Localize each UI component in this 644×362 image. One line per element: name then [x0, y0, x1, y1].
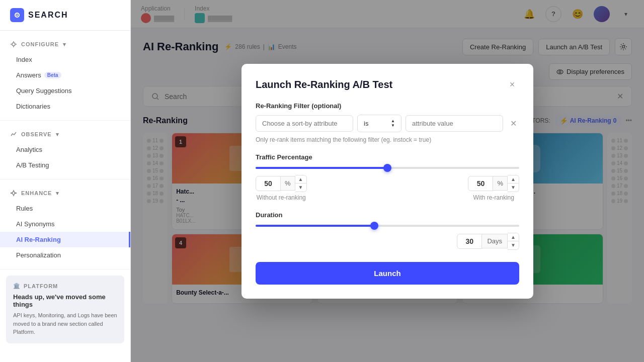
operator-arrows: ▲ ▼ — [391, 119, 395, 128]
traffic-section: Traffic Percentage % ▲ ▼ — [256, 153, 519, 201]
traffic-with-arrows: ▲ ▼ — [508, 175, 519, 192]
duration-value-input[interactable] — [457, 234, 482, 249]
traffic-with-label: With re-ranking — [468, 194, 519, 201]
filter-operator-select[interactable]: is ▲ ▼ — [357, 115, 401, 132]
duration-slider-track[interactable] — [256, 225, 519, 227]
duration-up[interactable]: ▲ — [508, 233, 519, 241]
duration-slider-thumb[interactable] — [370, 222, 378, 230]
sidebar-item-rules[interactable]: Rules — [0, 201, 130, 216]
modal-title: Launch Re-Ranking A/B Test — [256, 79, 392, 90]
logo-icon — [10, 8, 24, 22]
answers-badge: Beta — [44, 72, 61, 78]
filter-hint: Only re-rank items matching the followin… — [256, 136, 519, 143]
svg-point-1 — [17, 15, 18, 16]
sidebar-item-dictionaries[interactable]: Dictionaries — [0, 99, 130, 114]
duration-arrows: ▲ ▼ — [508, 233, 519, 250]
filter-section: Re-Ranking Filter (optional) is ▲ ▼ ✕ On… — [256, 102, 519, 143]
platform-title: 🏛️ PLATFORM — [13, 283, 117, 289]
logo-text: SEARCH — [28, 11, 68, 20]
observe-header[interactable]: OBSERVE ▾ — [0, 127, 130, 142]
traffic-with-input[interactable] — [468, 176, 493, 191]
traffic-label: Traffic Percentage — [256, 153, 519, 161]
traffic-without-unit: % — [281, 176, 295, 191]
main-content: Application ▓▓▓▓▓ Index ▓▓▓▓▓▓ 🔔 ? 😊 ▾ — [131, 0, 644, 362]
traffic-without-arrows: ▲ ▼ — [295, 175, 307, 192]
traffic-without-label: Without re-ranking — [256, 194, 307, 201]
duration-down[interactable]: ▼ — [508, 241, 519, 249]
duration-unit: Days — [482, 234, 508, 248]
platform-section: 🏛️ PLATFORM Heads up, we've moved some t… — [6, 276, 124, 343]
sidebar-item-answers[interactable]: Answers Beta — [0, 67, 130, 83]
configure-section: CONFIGURE ▾ Index Answers Beta Query Sug… — [0, 31, 130, 121]
configure-header[interactable]: CONFIGURE ▾ — [0, 37, 130, 52]
sidebar-logo: SEARCH — [0, 0, 130, 31]
traffic-with-up[interactable]: ▲ — [508, 175, 519, 184]
traffic-without-group: % ▲ ▼ Without re-ranking — [256, 175, 307, 201]
sidebar-item-query-suggestions[interactable]: Query Suggestions — [0, 83, 130, 99]
filter-label: Re-Ranking Filter (optional) — [256, 102, 519, 110]
sidebar-item-index[interactable]: Index — [0, 52, 130, 67]
enhance-section: ENHANCE ▾ Rules AI Synonyms AI Re-Rankin… — [0, 179, 130, 269]
modal: Launch Re-Ranking A/B Test × Re-Ranking … — [242, 64, 533, 299]
duration-slider-fill — [256, 225, 374, 227]
filter-row: is ▲ ▼ ✕ — [256, 115, 519, 132]
traffic-slider-track[interactable] — [256, 167, 519, 169]
duration-section: Duration Days ▲ ▼ — [256, 211, 519, 250]
modal-overlay[interactable]: Launch Re-Ranking A/B Test × Re-Ranking … — [131, 0, 644, 362]
sidebar-item-analytics[interactable]: Analytics — [0, 142, 130, 157]
sidebar-item-ai-re-ranking[interactable]: AI Re-Ranking — [0, 232, 130, 247]
modal-launch-button[interactable]: Launch — [256, 262, 519, 285]
traffic-with-group: % ▲ ▼ With re-ranking — [468, 175, 519, 201]
sidebar-item-personalization[interactable]: Personalization — [0, 247, 130, 263]
sidebar: SEARCH CONFIGURE ▾ Index Answers Beta Qu… — [0, 0, 131, 362]
observe-section: OBSERVE ▾ Analytics A/B Testing — [0, 121, 130, 179]
traffic-slider-fill — [256, 167, 387, 169]
duration-input-group: Days ▲ ▼ — [457, 233, 519, 250]
sidebar-item-ab-testing[interactable]: A/B Testing — [0, 157, 130, 173]
filter-clear-button[interactable]: ✕ — [507, 117, 519, 129]
traffic-slider-thumb[interactable] — [383, 164, 391, 172]
traffic-with-unit: % — [493, 176, 508, 191]
modal-close-button[interactable]: × — [505, 78, 519, 92]
duration-label: Duration — [256, 211, 519, 219]
traffic-without-up[interactable]: ▲ — [295, 175, 306, 184]
sidebar-item-ai-synonyms[interactable]: AI Synonyms — [0, 216, 130, 232]
svg-point-2 — [12, 43, 15, 46]
traffic-without-input[interactable] — [256, 176, 281, 191]
duration-input-row: Days ▲ ▼ — [256, 233, 519, 250]
modal-header: Launch Re-Ranking A/B Test × — [256, 78, 519, 92]
platform-content: Heads up, we've moved some things API ke… — [13, 293, 117, 336]
traffic-without-input-group: % ▲ ▼ — [256, 175, 307, 192]
traffic-without-down[interactable]: ▼ — [295, 184, 306, 192]
enhance-header[interactable]: ENHANCE ▾ — [0, 186, 130, 201]
traffic-slider-values: % ▲ ▼ Without re-ranking % — [256, 175, 519, 201]
filter-value-input[interactable] — [406, 115, 503, 132]
traffic-with-down[interactable]: ▼ — [508, 184, 519, 192]
traffic-with-input-group: % ▲ ▼ — [468, 175, 519, 192]
filter-attribute-input[interactable] — [256, 115, 353, 132]
